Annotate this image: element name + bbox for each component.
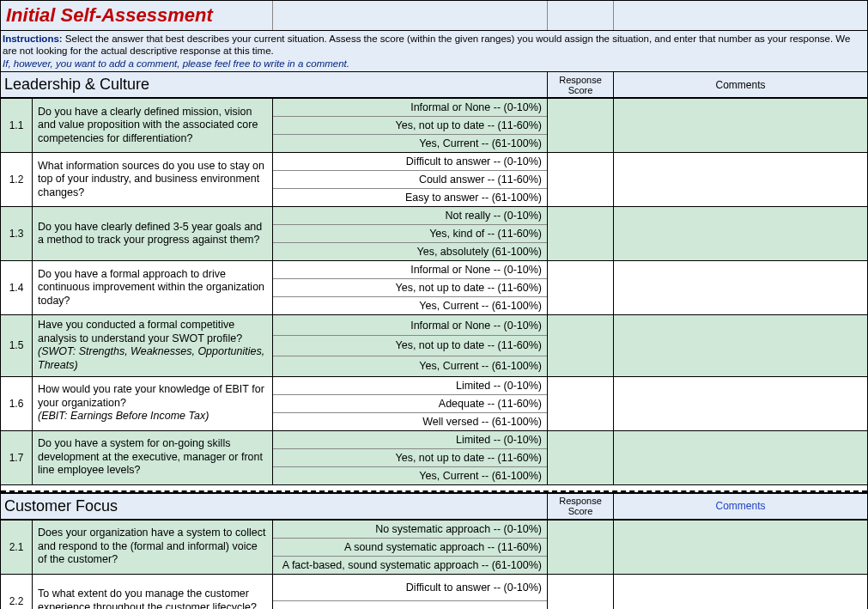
answer-option[interactable]: Could answer -- (11-60%) [273, 601, 547, 609]
response-score-input[interactable] [548, 261, 614, 314]
question-number: 1.3 [1, 207, 33, 260]
comment-input[interactable] [614, 431, 867, 484]
question-row: 1.5Have you conducted a formal competiti… [1, 315, 867, 377]
response-score-input[interactable] [548, 315, 614, 376]
question-number: 1.1 [1, 99, 33, 152]
answer-option[interactable]: Easy to answer -- (61-100%) [273, 189, 547, 206]
title-spacer [548, 1, 614, 30]
question-text: Do you have a system for on-going skills… [33, 431, 273, 484]
question-row: 1.6How would you rate your knowledge of … [1, 377, 867, 431]
question-row: 1.3Do you have clearly defined 3-5 year … [1, 207, 867, 261]
answer-option[interactable]: Yes, absolutely (61-100%) [273, 243, 547, 260]
answer-option[interactable]: Yes, Current -- (61-100%) [273, 467, 547, 484]
title-spacer [273, 1, 548, 30]
answer-option[interactable]: Adequate -- (11-60%) [273, 395, 547, 413]
answer-option[interactable]: Informal or None -- (0-10%) [273, 261, 547, 279]
answer-option[interactable]: Yes, Current -- (61-100%) [273, 297, 547, 314]
comment-input[interactable] [614, 99, 867, 152]
question-subtext: (EBIT: Earnings Before Income Tax) [38, 410, 267, 423]
question-number: 1.7 [1, 431, 33, 484]
options-cell: Limited -- (0-10%)Adequate -- (11-60%)We… [273, 377, 548, 430]
answer-option[interactable]: Informal or None -- (0-10%) [273, 315, 547, 336]
response-score-input[interactable] [548, 99, 614, 152]
question-row: 1.2What information sources do you use t… [1, 153, 867, 207]
instructions-body: Select the answer that best describes yo… [3, 33, 850, 56]
answer-option[interactable]: A fact-based, sound systematic approach … [273, 557, 547, 574]
page-title: Initial Self-Assessment [1, 1, 273, 30]
question-text: Have you conducted a formal competitive … [33, 315, 273, 376]
answer-option[interactable]: Difficult to answer -- (0-10%) [273, 153, 547, 171]
question-number: 2.1 [1, 521, 33, 574]
comment-input[interactable] [614, 153, 867, 206]
answer-option[interactable]: Well versed -- (61-100%) [273, 413, 547, 430]
comment-input[interactable] [614, 575, 867, 609]
question-row: 1.1Do you have a clearly defined mission… [1, 99, 867, 153]
response-score-input[interactable] [548, 153, 614, 206]
options-cell: Difficult to answer -- (0-10%)Could answ… [273, 575, 548, 609]
question-text: How would you rate your knowledge of EBI… [33, 377, 273, 430]
section-title: Customer Focus [1, 494, 548, 519]
question-subtext: (SWOT: Strengths, Weaknesses, Opportunit… [38, 345, 267, 372]
comment-input[interactable] [614, 377, 867, 430]
answer-option[interactable]: Yes, not up to date -- (11-60%) [273, 449, 547, 467]
instructions-note: If, however, you want to add a comment, … [3, 58, 349, 69]
comment-input[interactable] [614, 207, 867, 260]
response-score-input[interactable] [548, 377, 614, 430]
answer-option[interactable]: Limited -- (0-10%) [273, 377, 547, 395]
response-score-input[interactable] [548, 207, 614, 260]
instructions: Instructions: Select the answer that bes… [1, 31, 867, 72]
question-row: 2.2To what extent do you manage the cust… [1, 575, 867, 609]
answer-option[interactable]: Yes, not up to date -- (11-60%) [273, 279, 547, 297]
options-cell: Limited -- (0-10%)Yes, not up to date --… [273, 431, 548, 484]
answer-option[interactable]: Yes, not up to date -- (11-60%) [273, 336, 547, 356]
response-score-input[interactable] [548, 575, 614, 609]
question-text: Do you have clearly defined 3-5 year goa… [33, 207, 273, 260]
answer-option[interactable]: A sound systematic approach -- (11-60%) [273, 539, 547, 557]
answer-option[interactable]: Yes, Current -- (61-100%) [273, 135, 547, 152]
section-title: Leadership & Culture [1, 72, 548, 97]
question-text: Do you have a clearly defined mission, v… [33, 99, 273, 152]
options-cell: Informal or None -- (0-10%)Yes, not up t… [273, 99, 548, 152]
comments-header: Comments [614, 494, 867, 519]
question-row: 1.4Do you have a formal approach to driv… [1, 261, 867, 315]
question-text: To what extent do you manage the custome… [33, 575, 273, 609]
answer-option[interactable]: Not really -- (0-10%) [273, 207, 547, 225]
question-row: 2.1Does your organization have a system … [1, 521, 867, 575]
answer-option[interactable]: Informal or None -- (0-10%) [273, 99, 547, 117]
section-separator [1, 485, 867, 492]
comment-input[interactable] [614, 521, 867, 574]
answer-option[interactable]: Difficult to answer -- (0-10%) [273, 575, 547, 602]
options-cell: Informal or None -- (0-10%)Yes, not up t… [273, 315, 548, 376]
answer-option[interactable]: Yes, Current -- (61-100%) [273, 356, 547, 376]
question-row: 1.7Do you have a system for on-going ski… [1, 431, 867, 485]
title-spacer [614, 1, 867, 30]
answer-option[interactable]: No systematic approach -- (0-10%) [273, 521, 547, 539]
question-number: 2.2 [1, 575, 33, 609]
question-text: Does your organization have a system to … [33, 521, 273, 574]
section-header: Customer FocusResponseScoreComments [1, 492, 867, 521]
comment-input[interactable] [614, 261, 867, 314]
section-header: Leadership & CultureResponseScoreComment… [1, 72, 867, 99]
answer-option[interactable]: Could answer -- (11-60%) [273, 171, 547, 189]
instructions-label: Instructions: [3, 33, 63, 44]
question-number: 1.4 [1, 261, 33, 314]
question-number: 1.6 [1, 377, 33, 430]
options-cell: No systematic approach -- (0-10%)A sound… [273, 521, 548, 574]
title-row: Initial Self-Assessment [1, 1, 867, 31]
answer-option[interactable]: Yes, not up to date -- (11-60%) [273, 117, 547, 135]
options-cell: Informal or None -- (0-10%)Yes, not up t… [273, 261, 548, 314]
answer-option[interactable]: Yes, kind of -- (11-60%) [273, 225, 547, 243]
question-text: Do you have a formal approach to drive c… [33, 261, 273, 314]
comments-header: Comments [614, 72, 867, 97]
response-score-header: ResponseScore [548, 494, 614, 519]
response-score-input[interactable] [548, 431, 614, 484]
response-score-header: ResponseScore [548, 72, 614, 97]
answer-option[interactable]: Limited -- (0-10%) [273, 431, 547, 449]
comment-input[interactable] [614, 315, 867, 376]
response-score-input[interactable] [548, 521, 614, 574]
options-cell: Difficult to answer -- (0-10%)Could answ… [273, 153, 548, 206]
question-text: What information sources do you use to s… [33, 153, 273, 206]
question-number: 1.5 [1, 315, 33, 376]
options-cell: Not really -- (0-10%)Yes, kind of -- (11… [273, 207, 548, 260]
question-number: 1.2 [1, 153, 33, 206]
